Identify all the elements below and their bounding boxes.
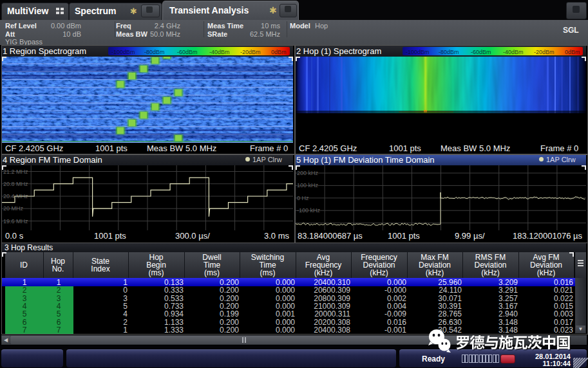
svg-text:19.6 MHz: 19.6 MHz xyxy=(3,218,28,225)
svg-text:200 kHz: 200 kHz xyxy=(297,170,319,176)
svg-text:20.8 MHz: 20.8 MHz xyxy=(3,181,28,187)
svg-text:0 Hz: 0 Hz xyxy=(297,195,309,201)
svg-text:100 kHz: 100 kHz xyxy=(297,182,319,189)
svg-text:21.2 MHz: 21.2 MHz xyxy=(3,169,28,175)
svg-text:20 MHz: 20 MHz xyxy=(3,205,24,212)
svg-text:-100 kHz: -100 kHz xyxy=(297,207,321,214)
